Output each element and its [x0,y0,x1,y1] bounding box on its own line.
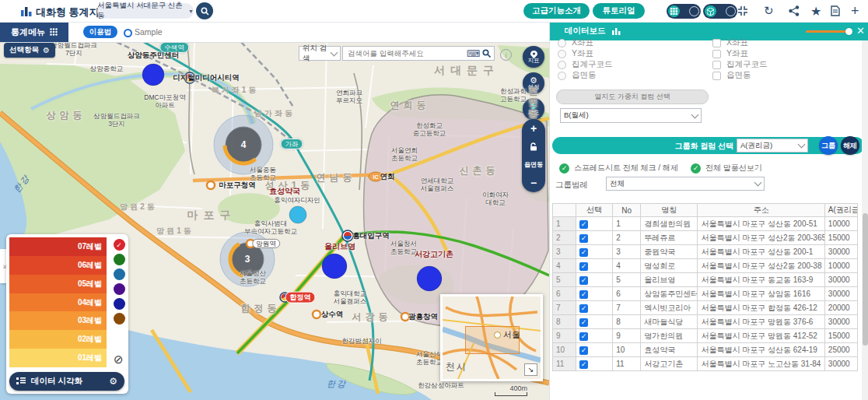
row-checkbox[interactable]: ✓ [579,220,588,229]
checkbox-option-4[interactable]: 읍면동 [712,70,751,81]
checkbox-icon[interactable] [712,72,721,80]
radio-icon[interactable] [558,50,566,58]
table-row[interactable]: 5✓5올리브영서울특별시 마포구 동교동 163-930000 [553,273,858,287]
row-checkbox[interactable]: ✓ [579,290,588,299]
selected-items-button[interactable]: 선택항목 ⚙ [4,43,55,58]
checkbox-option-2[interactable]: Y좌표 [712,48,748,59]
station-icon[interactable] [401,313,409,321]
station-icon[interactable] [313,311,320,318]
legend-color-dot-3[interactable] [114,268,125,280]
table-row[interactable]: 7✓7엑시빗코리아서울특별시 마포구 합정동 426-1220000 [553,301,858,315]
grouping-column-select[interactable]: A(권리금) [737,139,808,153]
table-row[interactable]: 4✓4명성회로서울특별시 마포구 성산2동 200-3810000 [553,259,858,273]
data-visualize-button[interactable]: 데이터 시각화 ⚙ [9,372,124,391]
radio-option-1[interactable]: X좌표 [558,37,593,48]
spreadsheet-checkall-option[interactable]: ✓ 스프레드시트 전체 체크 / 해제 [559,163,678,174]
advanced-features-button[interactable]: 고급기능소개 [523,3,590,19]
region-search-button[interactable] [196,2,213,19]
add-icon[interactable]: + [851,0,859,22]
search-icon[interactable] [482,49,491,58]
ungroup-button[interactable]: 해제 [841,136,859,155]
legend-color-dot-5[interactable] [114,298,125,310]
row-checkbox[interactable]: ✓ [579,360,588,369]
map-canvas[interactable]: 43IC 상암월드컵파크 7단지상암중학교상암동상암월드컵파크 3단지수색역상암… [0,42,549,400]
overview-minimap[interactable]: 서울 천시 ↘ [440,294,543,381]
usage-badge[interactable]: 이용법 [83,26,117,38]
table-row[interactable]: 11✓11서강고기촌서울특별시 마포구 노고산동 31-8430000 [553,357,858,371]
table-row[interactable]: 6✓6상암동주민센터서울특별시 마포구 상암동 161630000 [553,287,858,301]
star-icon[interactable]: ★ [810,0,821,22]
scrollbar-thumb[interactable] [863,213,868,346]
zoom-in-button[interactable]: + [530,123,537,134]
cluster-marker[interactable]: 3 [230,243,264,275]
radio-option-2[interactable]: Y좌표 [558,48,593,59]
checkbox-option-1[interactable]: X좌표 [712,37,748,48]
radio-option-4[interactable]: 읍면동 [558,70,597,81]
lock-icon[interactable] [530,142,537,151]
legend-color-dot-6[interactable] [114,313,125,325]
radio-icon[interactable] [558,61,566,69]
3d-view-toggle[interactable] [703,4,737,19]
table-row[interactable]: 8✓8새마을식당서울특별시 마포구 망원동 376-630000 [553,315,858,329]
poi-marker[interactable] [142,64,164,86]
zoom-out-button[interactable]: − [530,177,537,188]
group-legend-select[interactable]: 전체 [606,177,765,191]
map-control-indicator[interactable]: 지표 [523,46,544,68]
station-icon[interactable] [342,230,353,241]
checkbox-icon[interactable] [712,39,721,47]
row-checkbox[interactable]: ✓ [579,234,588,243]
table-row[interactable]: 9✓9명가한의원서울특별시 마포구 망원동 412-5215000 [553,329,858,343]
minimap-collapse-button[interactable]: ↘ [524,363,537,376]
info-icon[interactable]: i [500,49,512,61]
legend-color-dot-4[interactable] [114,283,125,295]
row-checkbox[interactable]: ✓ [579,262,588,271]
document-icon[interactable] [831,0,840,22]
station-icon[interactable] [280,293,289,302]
share-icon[interactable] [789,0,800,22]
poi-marker[interactable] [417,266,442,291]
checkbox-icon[interactable] [712,50,721,58]
region-selector[interactable]: 서울특별시 서대문구 신촌동 ▼ [97,3,194,19]
close-icon[interactable]: ✕ [856,25,865,37]
table-row[interactable]: 3✓3중원약국서울특별시 마포구 성산동 200-130000 [553,245,858,259]
row-checkbox[interactable]: ✓ [579,276,588,285]
checkbox-option-3[interactable]: 집계구코드 [712,59,768,70]
sample-radio-icon[interactable] [124,29,132,37]
poi-marker[interactable] [322,254,347,279]
refresh-icon[interactable]: ↻ [764,0,774,22]
checkbox-icon[interactable] [712,61,721,69]
station-icon[interactable] [184,72,195,83]
legend-color-dot-1[interactable]: ✓ [114,239,125,251]
legend-color-dot-2[interactable] [114,254,125,265]
row-checkbox[interactable]: ✓ [579,318,588,327]
station-icon[interactable] [247,240,254,247]
gear-icon[interactable]: ⚙ [109,376,117,387]
slider-knob[interactable] [845,28,852,35]
cluster-marker[interactable]: 4 [225,127,261,163]
no-color-icon[interactable]: ⊘ [114,353,124,367]
grid-view-toggle[interactable] [667,4,701,19]
row-checkbox[interactable]: ✓ [579,304,588,313]
row-checkbox[interactable]: ✓ [579,346,588,355]
search-type-select[interactable]: 위치 검색 [299,46,341,61]
weight-column-select[interactable]: B(월세) [560,108,702,123]
radio-option-3[interactable]: 집계구코드 [558,59,613,70]
radio-icon[interactable] [558,39,566,47]
poi-marker[interactable] [289,206,306,223]
tutorial-button[interactable]: 튜토리얼 [593,3,645,19]
row-checkbox[interactable]: ✓ [579,332,588,341]
map-control-settings[interactable]: ⚙ 설정 [523,72,544,94]
station-icon[interactable] [207,181,215,189]
opacity-slider[interactable] [806,30,851,33]
map-control-basemap[interactable]: 지도 [523,98,544,120]
group-button[interactable]: 그룹 [819,136,838,155]
keyboard-icon[interactable]: ⌨ [467,48,480,59]
table-row[interactable]: 1✓1경희샘한의원서울특별시 마포구 성산동 200-5110000 [553,217,858,231]
collapse-icon[interactable] [737,0,748,22]
heatmap-weight-column-button[interactable]: 열지도 가중치 컬럼 선택 [556,89,709,104]
stats-menu-button[interactable]: 통계메뉴 [0,22,68,42]
panel-scrollbar[interactable] [862,40,868,400]
table-row[interactable]: 10✓10효성약국서울특별시 마포구 성산동 624-1925000 [553,343,858,357]
radio-icon[interactable] [558,72,566,80]
table-row[interactable]: 2✓2뚜레쥬르서울특별시 마포구 성산2동 200-36515000 [553,231,858,245]
